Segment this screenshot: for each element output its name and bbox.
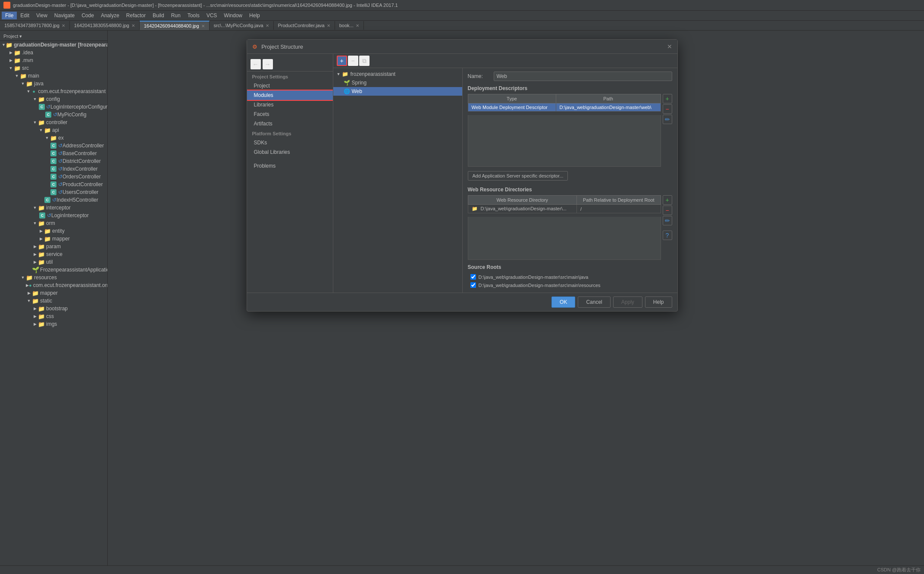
module-web-label: Web bbox=[352, 88, 362, 94]
tab-close-1[interactable]: ✕ bbox=[132, 23, 135, 28]
deployment-descriptors-title: Deployment Descriptors bbox=[468, 85, 672, 91]
dd-add-button[interactable]: + bbox=[663, 94, 672, 103]
menu-analyze[interactable]: Analyze bbox=[97, 12, 123, 19]
source-roots-title: Source Roots bbox=[468, 264, 672, 270]
nav-modules[interactable]: Modules bbox=[247, 90, 333, 100]
tab-2[interactable]: 164204260944088400.jpg ✕ bbox=[140, 21, 210, 30]
wrd-col-dir: Web Resource Directory bbox=[468, 196, 577, 205]
deployment-descriptors-table-container: Type Path Web Module Deployment Descript… bbox=[468, 94, 672, 167]
source-root-0-label: D:\java_web\graduationDesign-master\src\… bbox=[479, 275, 589, 280]
wrd-side-buttons: + − ✏ ? bbox=[663, 195, 672, 240]
tab-label-0: 158574347389717800.jpg bbox=[4, 23, 60, 28]
menu-file[interactable]: File bbox=[2, 12, 17, 19]
deployment-descriptors-table-wrap: Type Path Web Module Deployment Descript… bbox=[468, 94, 661, 167]
module-tree: ▼ 📁 frozenpearassistant 🌱 Spring 🌐 Web bbox=[333, 68, 463, 293]
web-resource-table-wrap: Web Resource Directory Path Relative to … bbox=[468, 195, 661, 260]
dialog-body: ← → Project Settings Project Modules Lib… bbox=[247, 54, 677, 293]
menu-tools[interactable]: Tools bbox=[184, 12, 203, 19]
wrd-add-button[interactable]: + bbox=[663, 195, 672, 205]
dd-row-0[interactable]: Web Module Deployment Descriptor D:\java… bbox=[468, 103, 661, 112]
menu-code[interactable]: Code bbox=[78, 12, 97, 19]
web-resource-dir-title: Web Resource Directories bbox=[468, 187, 672, 193]
nav-global-libraries[interactable]: Global Libraries bbox=[247, 147, 333, 157]
dialog-footer: OK Cancel Apply Help bbox=[247, 293, 677, 311]
apply-button[interactable]: Apply bbox=[613, 296, 642, 308]
add-server-descriptor-button[interactable]: Add Application Server specific descript… bbox=[468, 171, 568, 181]
tab-label-5: book... bbox=[339, 23, 354, 28]
module-spring-label: Spring bbox=[352, 80, 367, 86]
module-toolbar: + − ⧉ bbox=[333, 54, 677, 68]
nav-facets[interactable]: Facets bbox=[247, 109, 333, 119]
tab-label-3: src\...\MyPicConfig.java bbox=[214, 23, 263, 28]
web-resource-table: Web Resource Directory Path Relative to … bbox=[468, 195, 661, 213]
tab-close-0[interactable]: ✕ bbox=[62, 23, 65, 28]
dd-path-0: D:\java_web\graduationDesign-master\web\ bbox=[556, 103, 661, 112]
name-input[interactable] bbox=[494, 72, 672, 81]
menu-bar: File Edit View Navigate Code Analyze Ref… bbox=[0, 11, 924, 21]
source-root-0-checkbox[interactable] bbox=[470, 274, 476, 280]
module-web[interactable]: 🌐 Web bbox=[333, 87, 462, 96]
wrd-dir-0: 📁 D:\java_web\graduationDesign-master\..… bbox=[468, 205, 577, 213]
tab-3[interactable]: src\...\MyPicConfig.java ✕ bbox=[210, 21, 274, 30]
menu-help[interactable]: Help bbox=[246, 12, 263, 19]
tab-label-4: ProductController.java bbox=[278, 23, 325, 28]
dd-edit-button[interactable]: ✏ bbox=[663, 115, 672, 124]
source-root-1-label: D:\java_web\graduationDesign-master\src\… bbox=[479, 283, 601, 288]
project-settings-header: Project Settings bbox=[247, 72, 333, 81]
module-root[interactable]: ▼ 📁 frozenpearassistant bbox=[333, 70, 462, 78]
help-button[interactable]: Help bbox=[645, 296, 672, 308]
nav-artifacts[interactable]: Artifacts bbox=[247, 119, 333, 128]
main-layout: Project ▾ ▼ 📁 graduationDesign-master [f… bbox=[0, 31, 924, 570]
menu-window[interactable]: Window bbox=[220, 12, 246, 19]
web-resource-table-container: Web Resource Directory Path Relative to … bbox=[468, 195, 672, 260]
tab-close-2[interactable]: ✕ bbox=[201, 24, 205, 28]
nav-forward-button[interactable]: → bbox=[263, 59, 273, 69]
nav-project[interactable]: Project bbox=[247, 81, 333, 90]
menu-view[interactable]: View bbox=[33, 12, 51, 19]
project-structure-dialog: ⚙ Project Structure ✕ ← → Project Settin… bbox=[247, 39, 678, 312]
nav-problems[interactable]: Problems bbox=[247, 161, 333, 171]
tab-close-3[interactable]: ✕ bbox=[266, 23, 269, 28]
name-label: Name: bbox=[468, 73, 494, 79]
nav-back-button[interactable]: ← bbox=[251, 59, 261, 69]
menu-navigate[interactable]: Navigate bbox=[51, 12, 78, 19]
cancel-button[interactable]: Cancel bbox=[578, 296, 610, 308]
wrd-path-0: / bbox=[577, 205, 661, 213]
menu-edit[interactable]: Edit bbox=[17, 12, 33, 19]
ok-button[interactable]: OK bbox=[551, 296, 575, 308]
app-icon bbox=[3, 2, 10, 9]
tab-4[interactable]: ProductController.java ✕ bbox=[274, 21, 335, 30]
nav-sdks[interactable]: SDKs bbox=[247, 138, 333, 147]
menu-refactor[interactable]: Refactor bbox=[123, 12, 149, 19]
module-spring[interactable]: 🌱 Spring bbox=[333, 78, 462, 87]
tab-1[interactable]: 164204138305548800.jpg ✕ bbox=[70, 21, 140, 30]
tab-5[interactable]: book... ✕ bbox=[335, 21, 364, 30]
wrd-remove-button[interactable]: − bbox=[663, 206, 672, 215]
dialog-title-bar: ⚙ Project Structure ✕ bbox=[247, 40, 677, 54]
menu-run[interactable]: Run bbox=[168, 12, 184, 19]
source-root-1: D:\java_web\graduationDesign-master\src\… bbox=[468, 281, 672, 289]
remove-module-button[interactable]: − bbox=[348, 56, 358, 66]
source-root-1-checkbox[interactable] bbox=[470, 282, 476, 288]
tab-0[interactable]: 158574347389717800.jpg ✕ bbox=[0, 21, 70, 30]
dialog-nav-toolbar: ← → bbox=[247, 57, 333, 72]
dialog-inner-content: ▼ 📁 frozenpearassistant 🌱 Spring 🌐 Web bbox=[333, 68, 677, 293]
dialog-overlay: ⚙ Project Structure ✕ ← → Project Settin… bbox=[0, 31, 924, 570]
add-module-button[interactable]: + bbox=[337, 56, 347, 66]
wrd-row-0[interactable]: 📁 D:\java_web\graduationDesign-master\..… bbox=[468, 205, 661, 213]
nav-libraries[interactable]: Libraries bbox=[247, 100, 333, 109]
tab-close-5[interactable]: ✕ bbox=[356, 23, 359, 28]
spring-icon: 🌱 bbox=[344, 80, 350, 86]
dialog-close-button[interactable]: ✕ bbox=[667, 43, 672, 50]
dialog-main-content: + − ⧉ ▼ 📁 frozenpearassistant bbox=[333, 54, 677, 293]
tab-label-1: 164204138305548800.jpg bbox=[74, 23, 129, 28]
menu-build[interactable]: Build bbox=[149, 12, 168, 19]
wrd-edit-button[interactable]: ✏ bbox=[663, 216, 672, 225]
dd-type-0: Web Module Deployment Descriptor bbox=[468, 103, 556, 112]
menu-vcs[interactable]: VCS bbox=[203, 12, 221, 19]
dd-col-type: Type bbox=[468, 94, 556, 103]
tab-close-4[interactable]: ✕ bbox=[327, 23, 330, 28]
dd-remove-button[interactable]: − bbox=[663, 104, 672, 114]
wrd-help-button[interactable]: ? bbox=[663, 231, 672, 240]
copy-module-button[interactable]: ⧉ bbox=[359, 56, 370, 66]
